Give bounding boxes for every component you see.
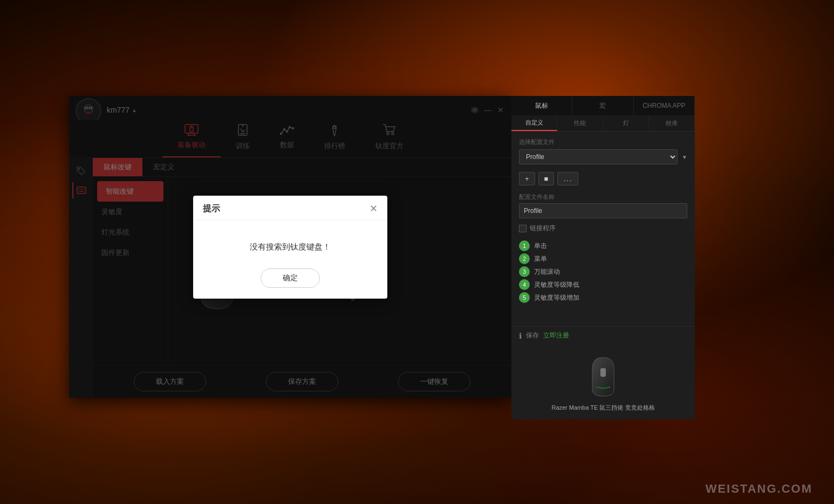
key-num-1: 1 [519, 240, 530, 251]
key-label-5: 灵敏度等级增加 [534, 293, 579, 302]
rp-tab-mouse[interactable]: 鼠标 [511, 96, 572, 115]
add-profile-button[interactable]: + [519, 172, 535, 185]
dialog-footer: 确定 [193, 268, 387, 299]
register-link[interactable]: 立即注册 [543, 331, 569, 340]
rp-content: 选择配置文件 Profile ▼ + ■ ... 配置文件名称 链接程序 1 单… [511, 132, 695, 326]
dropdown-arrow-icon: ▼ [682, 154, 687, 160]
rp-subtab-custom[interactable]: 自定义 [511, 115, 557, 131]
svg-rect-49 [600, 368, 606, 377]
profile-name-label: 配置文件名称 [519, 193, 687, 201]
rp-mouse-section: Razer Mamba TE 鼠三挡佬 竞竞处格栋 [511, 344, 695, 419]
profile-select-row: Profile ▼ [519, 149, 687, 164]
remove-profile-button[interactable]: ■ [538, 172, 555, 185]
key-item-3: 3 万能滚动 [519, 266, 687, 277]
rp-subtab-light[interactable]: 灯 [603, 115, 649, 131]
key-item-1: 1 单击 [519, 240, 687, 251]
key-label-1: 单击 [534, 241, 547, 251]
key-item-4: 4 灵敏度等级降低 [519, 279, 687, 290]
dialog-ok-button[interactable]: 确定 [261, 268, 320, 288]
key-label-4: 灵敏度等级降低 [534, 280, 579, 289]
right-panel-subtabs: 自定义 性能 灯 校准 [511, 115, 695, 132]
dialog-overlay: 提示 ✕ 没有搜索到钛度键盘！ 确定 [69, 96, 511, 398]
link-program-label: 链接程序 [530, 224, 556, 233]
key-label-3: 万能滚动 [534, 267, 560, 277]
key-num-5: 5 [519, 292, 530, 303]
save-label: 保存 [526, 331, 539, 340]
profile-select-label: 选择配置文件 [519, 138, 687, 146]
key-list: 1 单击 2 菜单 3 万能滚动 4 灵敏度等级降低 5 灵敏度等级增加 [519, 240, 687, 303]
rp-subtab-performance[interactable]: 性能 [557, 115, 603, 131]
link-program-row: 链接程序 [519, 224, 687, 233]
more-options-button[interactable]: ... [557, 172, 578, 185]
rp-footer: ℹ 保存 立即注册 [511, 326, 695, 344]
dialog-header: 提示 ✕ [193, 196, 387, 220]
rp-tab-chroma[interactable]: CHROMA APP [634, 96, 695, 115]
dialog-body: 没有搜索到钛度键盘！ [193, 220, 387, 268]
key-label-2: 菜单 [534, 254, 547, 264]
key-num-4: 4 [519, 279, 530, 290]
rp-subtab-calibrate[interactable]: 校准 [649, 115, 695, 131]
key-item-5: 5 灵敏度等级增加 [519, 292, 687, 303]
info-icon: ℹ [519, 332, 522, 340]
dialog-close-button[interactable]: ✕ [370, 204, 378, 213]
dialog: 提示 ✕ 没有搜索到钛度键盘！ 确定 [193, 196, 387, 299]
dialog-title: 提示 [203, 203, 220, 215]
rp-mouse-image [584, 352, 622, 401]
link-program-checkbox[interactable] [519, 225, 527, 232]
watermark: WEISTANG.COM [706, 482, 812, 496]
right-panel-top-tabs: 鼠标 宏 CHROMA APP [511, 96, 695, 115]
profile-select[interactable]: Profile [519, 149, 678, 164]
rp-mouse-name: Razer Mamba TE 鼠三挡佬 竞竞处格栋 [551, 404, 654, 412]
dialog-message: 没有搜索到钛度键盘！ [250, 242, 331, 251]
rp-tab-macro[interactable]: 宏 [572, 96, 633, 115]
profile-name-input[interactable] [519, 203, 687, 218]
profile-btn-row: + ■ ... [519, 172, 687, 185]
right-panel: 鼠标 宏 CHROMA APP 自定义 性能 灯 校准 选择配置文件 Profi… [511, 96, 695, 419]
key-item-2: 2 菜单 [519, 253, 687, 264]
key-num-2: 2 [519, 253, 530, 264]
key-num-3: 3 [519, 266, 530, 277]
